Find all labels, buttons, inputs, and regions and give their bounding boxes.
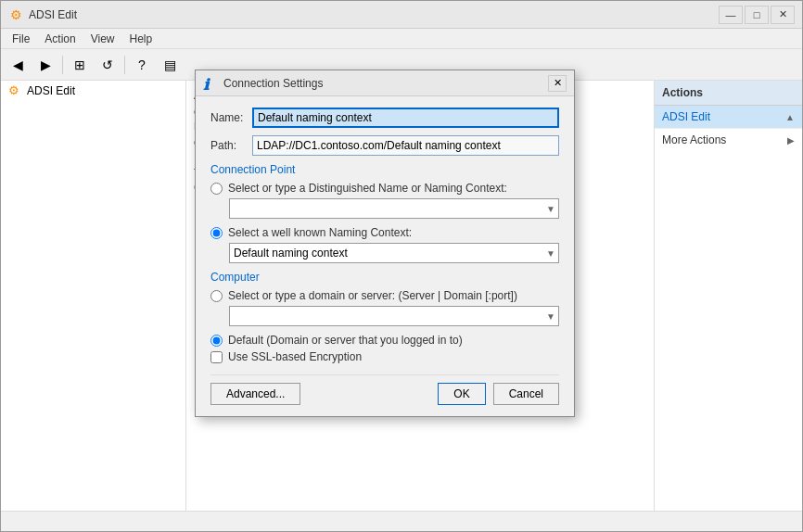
actions-more-label: More Actions (662, 133, 726, 146)
dialog-buttons: Advanced... OK Cancel (210, 374, 559, 405)
radio-distinguished-name-label: Select or type a Distinguished Name or N… (228, 182, 507, 195)
toolbar-list-button[interactable]: ▤ (157, 53, 183, 77)
computer-dropdown-wrapper: ▼ (229, 306, 559, 326)
toolbar-back-button[interactable]: ◀ (5, 53, 31, 77)
connection-point-radio-group: Select or type a Distinguished Name or N… (210, 182, 559, 263)
menu-bar: File Action View Help (1, 29, 802, 49)
ssl-checkbox-row: Use SSL-based Encryption (210, 350, 559, 363)
ssl-checkbox[interactable] (210, 351, 223, 363)
menu-action[interactable]: Action (37, 31, 83, 47)
path-row: Path: (210, 135, 559, 156)
window-title: ADSI Edit (29, 8, 719, 21)
ssl-checkbox-label: Use SSL-based Encryption (228, 350, 362, 363)
dialog-title-text: Connection Settings (223, 77, 548, 90)
actions-header: Actions (655, 81, 802, 106)
connection-point-label: Connection Point (210, 163, 559, 176)
dialog-close-button[interactable]: ✕ (548, 75, 567, 92)
path-label: Path: (210, 139, 252, 152)
radio-computer-default-label: Default (Domain or server that you logge… (228, 334, 463, 347)
toolbar-grid-button[interactable]: ⊞ (67, 53, 93, 77)
menu-view[interactable]: View (83, 31, 122, 47)
status-bar (1, 511, 802, 531)
dn-dropdown-row: ▼ (229, 198, 559, 219)
wellknown-dropdown-wrapper: Default naming context Schema Configurat… (229, 243, 559, 263)
title-bar: ⚙ ADSI Edit — □ ✕ (1, 1, 802, 29)
app-icon: ⚙ (8, 7, 23, 22)
toolbar-refresh-button[interactable]: ↺ (95, 53, 121, 77)
cancel-button[interactable]: Cancel (493, 383, 559, 405)
wellknown-dropdown[interactable]: Default naming context Schema Configurat… (229, 243, 559, 263)
actions-item-adsi-edit-label: ADSI Edit (662, 110, 710, 123)
radio-well-known-label: Select a well known Naming Context: (228, 226, 412, 239)
ok-button[interactable]: OK (438, 383, 485, 405)
close-button[interactable]: ✕ (771, 6, 795, 24)
toolbar-help-button[interactable]: ? (129, 53, 155, 77)
radio-distinguished-name[interactable] (210, 183, 223, 195)
tree-item-label: ADSI Edit (27, 84, 75, 97)
toolbar-separator-2 (124, 56, 125, 74)
left-panel: ⚙ ADSI Edit (1, 81, 186, 511)
tree-item-adsi-edit[interactable]: ⚙ ADSI Edit (1, 81, 185, 101)
radio-dn-row: Select or type a Distinguished Name or N… (210, 182, 559, 195)
radio-computer-server[interactable] (210, 290, 223, 302)
radio-well-known[interactable] (210, 227, 223, 239)
computer-dropdown-row: ▼ (229, 306, 559, 326)
dn-dropdown-wrapper: ▼ (229, 198, 559, 219)
name-input[interactable] (252, 108, 559, 128)
dialog-body: Name: Path: Connection Point Select or t… (196, 96, 574, 416)
name-label: Name: (210, 111, 252, 124)
dialog-title-bar: ℹ Connection Settings ✕ (196, 70, 574, 96)
computer-dropdown[interactable] (229, 306, 559, 326)
path-input[interactable] (252, 135, 559, 156)
computer-radio-default-row: Default (Domain or server that you logge… (210, 334, 559, 347)
wellknown-dropdown-row: Default naming context Schema Configurat… (229, 243, 559, 263)
actions-item-adsi-edit[interactable]: ADSI Edit ▲ (655, 106, 802, 129)
computer-radio-server-row: Select or type a domain or server: (Serv… (210, 289, 559, 302)
right-panel: Actions ADSI Edit ▲ More Actions ▶ (654, 81, 802, 511)
minimize-button[interactable]: — (719, 6, 743, 24)
computer-radio-group: Select or type a domain or server: (Serv… (210, 289, 559, 363)
menu-help[interactable]: Help (122, 31, 160, 47)
toolbar-separator-1 (62, 56, 63, 74)
name-row: Name: (210, 108, 559, 128)
title-bar-buttons: — □ ✕ (719, 6, 795, 24)
computer-label: Computer (210, 271, 559, 284)
maximize-button[interactable]: □ (745, 6, 769, 24)
advanced-button[interactable]: Advanced... (210, 383, 300, 405)
dn-dropdown[interactable] (229, 198, 559, 219)
radio-computer-default[interactable] (210, 335, 223, 347)
radio-wellknown-row: Select a well known Naming Context: (210, 226, 559, 239)
connection-settings-dialog: ℹ Connection Settings ✕ Name: Path: Conn… (195, 70, 575, 417)
tree-item-icon: ⚙ (8, 83, 23, 98)
menu-file[interactable]: File (5, 31, 37, 47)
actions-more-item[interactable]: More Actions ▶ (655, 129, 802, 151)
radio-computer-server-label: Select or type a domain or server: (Serv… (228, 289, 517, 302)
toolbar-forward-button[interactable]: ▶ (32, 53, 58, 77)
chevron-right-icon: ▶ (787, 135, 795, 146)
dialog-info-icon: ℹ (203, 76, 218, 91)
chevron-up-icon: ▲ (785, 112, 795, 122)
